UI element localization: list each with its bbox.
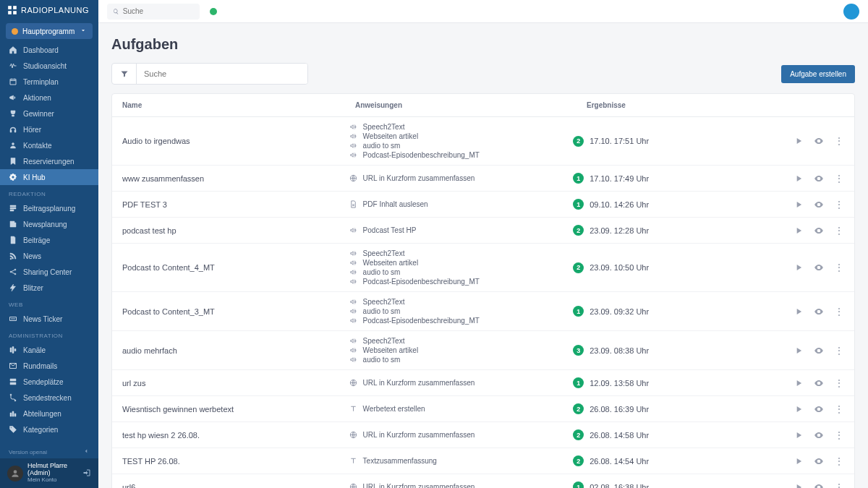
sidebar-item-sendeplätze[interactable]: Sendeplätze	[0, 374, 98, 390]
play-icon[interactable]	[793, 174, 804, 184]
user-account-row[interactable]: Helmut Plarre (Admin) Mein Konto	[0, 458, 98, 488]
sidebar-item-label: Gewinner	[23, 110, 54, 118]
eye-icon[interactable]	[814, 430, 824, 440]
more-menu-icon[interactable]: ⋮	[834, 378, 844, 388]
audio-icon	[349, 226, 359, 234]
sidebar-item-terminplan[interactable]: Terminplan	[0, 74, 98, 90]
play-icon[interactable]	[793, 430, 804, 440]
eye-icon[interactable]	[814, 456, 824, 466]
play-icon[interactable]	[793, 136, 804, 146]
filter-search-input[interactable]	[137, 64, 307, 84]
eye-icon[interactable]	[814, 136, 824, 146]
more-menu-icon[interactable]: ⋮	[834, 174, 844, 184]
play-icon[interactable]	[793, 378, 804, 388]
more-menu-icon[interactable]: ⋮	[834, 136, 844, 146]
table-row[interactable]: PDF TEST 3 PDF Inhalt auslesen 1 09.10. …	[112, 192, 854, 218]
search-icon	[113, 8, 119, 15]
sidebar-item-kategorien[interactable]: Kategorien	[0, 421, 98, 437]
sidebar-item-dashboard[interactable]: Dashboard	[0, 42, 98, 58]
eye-icon[interactable]	[814, 262, 824, 273]
instruction-text: audio to sm	[363, 142, 401, 150]
channel-selector[interactable]: Hauptprogramm	[6, 23, 93, 39]
table-row[interactable]: Wiesntisch gewinnen werbetext Werbetext …	[112, 396, 854, 422]
sidebar-item-ki-hub[interactable]: KI Hub	[0, 169, 98, 185]
sidebar-item-news-ticker[interactable]: News Ticker	[0, 311, 98, 327]
tasks-table: Name Anweisungen Ergebnisse Audio to irg…	[111, 93, 855, 488]
version-row[interactable]: Version openai	[0, 445, 98, 458]
more-menu-icon[interactable]: ⋮	[834, 200, 844, 210]
svg-point-8	[10, 394, 12, 395]
sidebar-item-abteilungen[interactable]: Abteilungen	[0, 406, 98, 421]
sidebar-item-newsplanung[interactable]: Newsplanung	[0, 216, 98, 232]
eye-icon[interactable]	[814, 200, 824, 210]
eye-icon[interactable]	[814, 307, 824, 317]
sidebar-item-studioansicht[interactable]: Studioansicht	[0, 58, 98, 74]
create-task-button[interactable]: Aufgabe erstellen	[781, 65, 855, 83]
sidebar-item-beiträge[interactable]: Beiträge	[0, 232, 98, 248]
table-row[interactable]: test hp wiesn 2 26.08. URL in Kurzform z…	[112, 422, 854, 448]
svg-point-10	[11, 427, 12, 429]
sidebar-item-kontakte[interactable]: Kontakte	[0, 137, 98, 153]
sidebar-item-label: Kontakte	[23, 142, 51, 150]
sidebar-item-sharing-center[interactable]: Sharing Center	[0, 264, 98, 280]
sidebar-item-blitzer[interactable]: Blitzer	[0, 280, 98, 296]
result-count-badge: 2	[573, 455, 584, 466]
table-row[interactable]: url zus URL in Kurzform zusammenfassen 1…	[112, 370, 854, 396]
eye-icon[interactable]	[814, 346, 824, 356]
table-row[interactable]: Audio to irgendwas Speech2Text Webseiten…	[112, 117, 854, 166]
more-menu-icon[interactable]: ⋮	[834, 482, 844, 489]
sidebar-item-hörer[interactable]: Hörer	[0, 121, 98, 137]
eye-icon[interactable]	[814, 404, 824, 414]
eye-icon[interactable]	[814, 226, 824, 236]
play-icon[interactable]	[793, 404, 804, 414]
sidebar-item-news[interactable]: News	[0, 248, 98, 264]
sidebar-item-reservierungen[interactable]: Reservierungen	[0, 153, 98, 169]
filter-button[interactable]	[112, 64, 137, 84]
table-row[interactable]: url6 URL in Kurzform zusammenfassen 1 02…	[112, 474, 854, 488]
cell-name: Wiesntisch gewinnen werbetext	[112, 398, 341, 421]
table-row[interactable]: www zusammenfassen URL in Kurzform zusam…	[112, 166, 854, 192]
more-menu-icon[interactable]: ⋮	[834, 346, 844, 356]
play-icon[interactable]	[793, 456, 804, 466]
table-row[interactable]: audio mehrfach Speech2Text Webseiten art…	[112, 331, 854, 370]
more-menu-icon[interactable]: ⋮	[834, 430, 844, 440]
user-avatar-button[interactable]	[843, 4, 859, 20]
more-menu-icon[interactable]: ⋮	[834, 404, 844, 414]
sidebar-item-gewinner[interactable]: Gewinner	[0, 106, 98, 121]
exit-icon[interactable]	[82, 468, 91, 479]
cell-results: 3 23.09. 08:38 Uhr	[566, 338, 783, 363]
global-search[interactable]	[107, 4, 200, 20]
eye-icon[interactable]	[814, 174, 824, 184]
instruction-line: Textzusammenfassung	[349, 457, 559, 465]
play-icon[interactable]	[793, 262, 804, 273]
more-menu-icon[interactable]: ⋮	[834, 226, 844, 236]
sidebar-item-label: Rundmails	[23, 362, 57, 370]
route-icon	[9, 393, 17, 402]
more-menu-icon[interactable]: ⋮	[834, 262, 844, 273]
sidebar-item-kanäle[interactable]: Kanäle	[0, 342, 98, 358]
kanal-icon	[9, 346, 17, 354]
table-row[interactable]: Podcast to Content_3_MT Speech2Text audi…	[112, 292, 854, 331]
global-search-input[interactable]	[123, 7, 194, 15]
table-row[interactable]: TEST HP 26.08. Textzusammenfassung 2 26.…	[112, 448, 854, 474]
play-icon[interactable]	[793, 307, 804, 317]
table-row[interactable]: Podcast to Content_4_MT Speech2Text Webs…	[112, 244, 854, 292]
sidebar-item-beitragsplanung[interactable]: Beitragsplanung	[0, 200, 98, 216]
table-row[interactable]: podcast test hp Podcast Test HP 2 23.09.…	[112, 218, 854, 244]
eye-icon[interactable]	[814, 482, 824, 489]
sidebar-item-label: Beitragsplanung	[23, 205, 75, 213]
megaphone-icon	[9, 93, 17, 102]
more-menu-icon[interactable]: ⋮	[834, 456, 844, 466]
sidebar-item-sendestrecken[interactable]: Sendestrecken	[0, 390, 98, 406]
sidebar-item-rundmails[interactable]: Rundmails	[0, 358, 98, 374]
result-count-badge: 2	[573, 225, 584, 236]
play-icon[interactable]	[793, 226, 804, 236]
eye-icon[interactable]	[814, 378, 824, 388]
instruction-line: audio to sm	[349, 307, 559, 315]
play-icon[interactable]	[793, 200, 804, 210]
play-icon[interactable]	[793, 482, 804, 489]
more-menu-icon[interactable]: ⋮	[834, 307, 844, 317]
play-icon[interactable]	[793, 346, 804, 356]
result-time: 23.09. 09:32 Uhr	[590, 307, 649, 316]
sidebar-item-aktionen[interactable]: Aktionen	[0, 90, 98, 106]
